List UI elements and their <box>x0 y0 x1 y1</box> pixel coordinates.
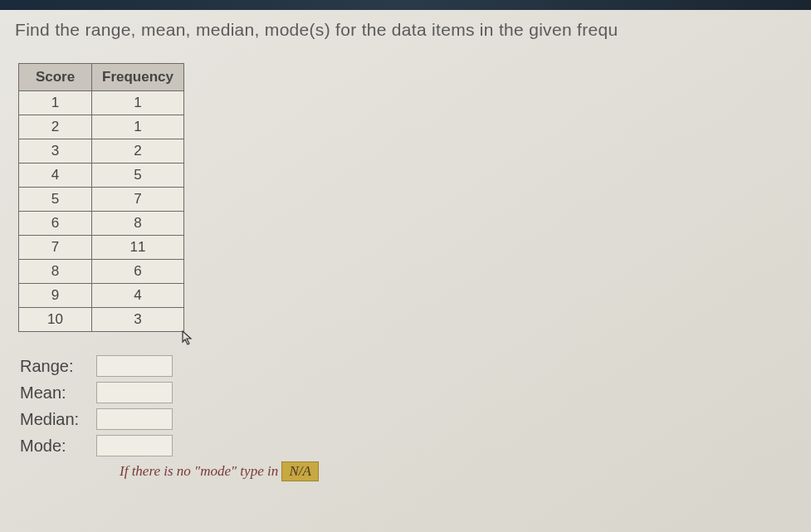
cell-freq: 11 <box>92 236 184 260</box>
cell-score: 7 <box>19 236 92 260</box>
cell-score: 3 <box>19 139 92 164</box>
hint-text: If there is no "mode" type in <box>120 463 278 479</box>
mode-input[interactable] <box>96 435 173 456</box>
cell-freq: 5 <box>92 164 184 188</box>
mode-hint: If there is no "mode" type in N/A <box>120 461 796 481</box>
cell-score: 4 <box>19 164 92 188</box>
table-row: 5 7 <box>19 188 184 212</box>
cell-freq: 6 <box>92 260 184 284</box>
cell-score: 8 <box>19 260 92 284</box>
table-row: 9 4 <box>19 284 184 308</box>
cell-score: 10 <box>19 308 92 332</box>
range-label: Range: <box>20 357 96 376</box>
cell-score: 6 <box>19 212 92 236</box>
table-row: 2 1 <box>19 115 184 139</box>
answers-section: Range: Mean: Median: Mode: If there is n… <box>20 355 796 481</box>
table-header-row: Score Frequency <box>19 64 184 91</box>
mean-input[interactable] <box>96 382 173 403</box>
cell-score: 1 <box>19 91 92 115</box>
cell-freq: 1 <box>92 115 184 139</box>
mode-row: Mode: <box>20 435 796 456</box>
table-row: 1 1 <box>19 91 184 115</box>
range-input[interactable] <box>96 355 173 377</box>
na-badge: N/A <box>281 461 318 481</box>
table-row: 3 2 <box>19 139 184 164</box>
table-row: 10 3 <box>19 308 184 332</box>
cell-freq: 7 <box>92 188 184 212</box>
question-prompt: Find the range, mean, median, mode(s) fo… <box>15 20 796 40</box>
cell-freq: 3 <box>92 308 184 332</box>
cell-score: 5 <box>19 188 92 212</box>
cell-freq: 2 <box>92 139 184 164</box>
cell-score: 9 <box>19 284 92 308</box>
cell-score: 2 <box>19 115 92 139</box>
header-frequency: Frequency <box>92 64 184 91</box>
mode-label: Mode: <box>20 437 96 456</box>
range-row: Range: <box>20 355 796 377</box>
table-row: 6 8 <box>19 212 184 236</box>
cell-freq: 1 <box>92 91 184 115</box>
table-row: 7 11 <box>19 236 184 260</box>
mean-label: Mean: <box>20 383 96 403</box>
table-row: 8 6 <box>19 260 184 284</box>
median-row: Median: <box>20 408 796 430</box>
table-row: 4 5 <box>19 164 184 188</box>
window-top-band <box>0 0 811 10</box>
content-area: Find the range, mean, median, mode(s) fo… <box>0 10 811 491</box>
header-score: Score <box>19 64 92 91</box>
cell-freq: 8 <box>92 212 184 236</box>
cell-freq: 4 <box>92 284 184 308</box>
frequency-table: Score Frequency 1 1 2 1 3 2 4 5 5 <box>18 63 184 332</box>
median-label: Median: <box>20 410 96 429</box>
median-input[interactable] <box>96 408 173 430</box>
mean-row: Mean: <box>20 382 796 403</box>
